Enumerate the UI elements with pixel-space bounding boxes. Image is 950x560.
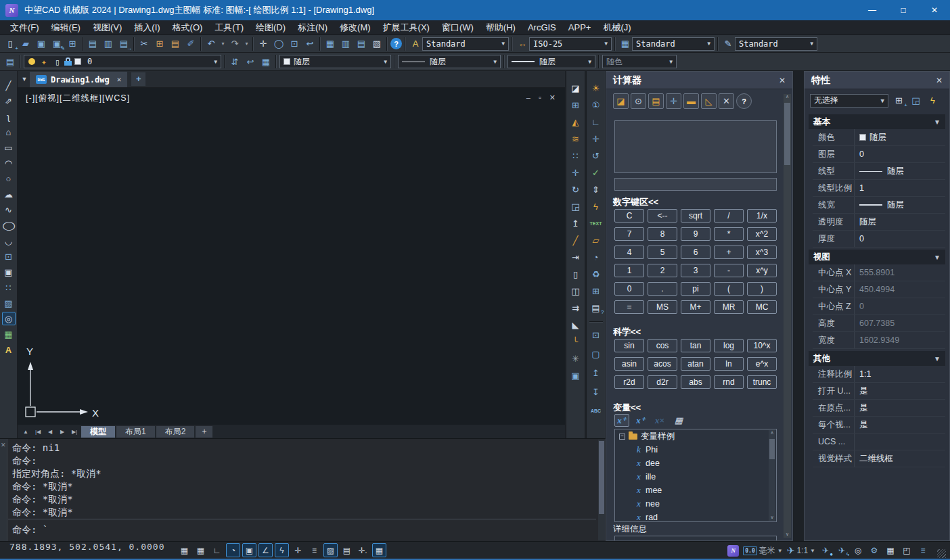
color-control-combo[interactable]: 随层▼ (279, 55, 391, 68)
property-row[interactable]: 每个视...是 (813, 417, 945, 434)
object-snap-toggle[interactable]: ▣ (242, 543, 256, 557)
plot-icon[interactable]: ▤ (86, 37, 99, 51)
new-file-icon[interactable]: ▯+ (3, 37, 17, 51)
layout-tab[interactable]: 布局1 (116, 426, 155, 438)
numpad-button-pi[interactable]: pi (681, 282, 710, 296)
property-row[interactable]: 线型随层 (813, 163, 945, 180)
send-to-back-icon[interactable]: ▢ (589, 347, 603, 360)
dim-style-combo[interactable]: ISO-25▼ (529, 37, 612, 51)
status-menu-icon[interactable]: ≡ (917, 544, 929, 557)
numpad-button-5[interactable]: 5 (648, 246, 677, 259)
layer-on-off-icon[interactable] (28, 58, 35, 65)
chevron-down-icon[interactable]: ▼ (665, 59, 673, 65)
resize-grip[interactable] (937, 549, 946, 558)
tool-palettes-icon[interactable]: ▥ (339, 37, 353, 51)
create-block-icon[interactable]: ▣ (2, 265, 16, 279)
scroll-down-icon[interactable]: ∨ (784, 532, 791, 537)
numpad-button-+[interactable]: + (714, 246, 744, 259)
property-row[interactable]: 注释比例1:1 (813, 366, 945, 383)
layer-freeze-icon[interactable]: ✦ (37, 55, 51, 68)
polar-tracking-toggle[interactable]: ◔ (226, 543, 240, 557)
copy-nested-icon[interactable]: ⊞ (589, 284, 603, 298)
science-button-rnd[interactable]: rnd (714, 375, 744, 389)
menu-item[interactable]: 工具(T) (208, 20, 250, 35)
property-value[interactable]: 607.7385 (855, 315, 945, 331)
property-row[interactable]: 线宽随层 (813, 197, 945, 214)
command-close-icon[interactable]: ✕ (1, 442, 6, 448)
science-button-ln[interactable]: ln (714, 357, 744, 371)
property-row[interactable]: 线型比例1 (813, 180, 945, 197)
lineweight-control-combo[interactable]: 随层▼ (507, 55, 595, 68)
command-scrollbar[interactable] (598, 440, 605, 540)
mleader-style-combo[interactable]: Standard▼ (735, 37, 817, 51)
property-row[interactable]: 颜色随层 (813, 129, 945, 146)
calculator-header[interactable]: 计算器 ✕ (606, 72, 792, 89)
add-layout-button[interactable]: + (196, 426, 212, 438)
menu-item[interactable]: 插入(I) (128, 20, 166, 35)
table-style-combo[interactable]: Standard▼ (632, 37, 715, 51)
calculator-close-icon[interactable]: ✕ (779, 76, 786, 85)
layer-color-icon[interactable] (74, 58, 81, 65)
linetype-control-combo[interactable]: 随层▼ (398, 55, 501, 68)
undo-list-icon[interactable]: ▾ (220, 37, 226, 51)
annotation-autoscale-icon[interactable]: ✈ϟ (836, 544, 848, 557)
erase-icon[interactable]: ◪ (569, 81, 583, 95)
trim-icon[interactable]: ╱ (569, 233, 583, 247)
multiple-points-icon[interactable]: ∷ (2, 281, 16, 294)
paste-clip-icon[interactable]: ▤ (168, 37, 182, 51)
science-button-d2r[interactable]: d2r (648, 375, 677, 389)
layer-properties-manager-icon[interactable]: ▤ (3, 55, 17, 68)
doc-inspect-icon[interactable]: ▤? (589, 301, 603, 314)
calculator-scroll-thumb[interactable] (784, 103, 790, 165)
section-header-视图[interactable]: 视图▼ (809, 250, 945, 264)
property-row[interactable]: 中心点 Z0 (813, 298, 945, 315)
property-value[interactable]: 是 (855, 383, 945, 399)
property-value[interactable]: 1602.9349 (855, 332, 945, 348)
science-section-label[interactable]: 科学<< (613, 326, 641, 338)
layout-nav-icon[interactable]: ▶| (69, 429, 80, 435)
object-snap-tracking-toggle[interactable]: ∠ (258, 543, 273, 557)
numpad-button-MS[interactable]: MS (648, 300, 677, 314)
calc-help-icon[interactable]: ? (736, 93, 752, 109)
numpad-button-6[interactable]: 6 (681, 246, 710, 259)
zoom-previous-icon[interactable]: ↩ (303, 37, 317, 51)
property-row[interactable]: 宽度1602.9349 (813, 332, 945, 349)
zoom-window-icon[interactable]: ⊡ (288, 37, 301, 51)
chevron-down-icon[interactable]: ▼ (810, 548, 815, 554)
polygon-icon[interactable]: ⌂ (2, 125, 16, 139)
annotation-visibility-icon[interactable]: ✈● (819, 544, 832, 557)
plot-preview-icon[interactable]: ▥ (101, 37, 115, 51)
bring-above-icon[interactable]: ↥ (589, 366, 603, 379)
science-button-sin[interactable]: sin (614, 339, 644, 352)
numpad-button-x^y[interactable]: x^y (747, 264, 777, 277)
text-style-style-icon[interactable]: A (409, 37, 422, 51)
mtext-icon[interactable]: A (2, 343, 16, 356)
break-icon[interactable]: ◫ (569, 284, 583, 298)
block-editor-icon[interactable]: ▣ (569, 369, 583, 382)
numpad-button-=[interactable]: = (614, 300, 644, 314)
show-lineweight-toggle[interactable]: ≡ (307, 543, 321, 557)
science-button-trunc[interactable]: trunc (747, 375, 777, 389)
measure-distance-icon[interactable]: ▬ (683, 93, 699, 109)
calculator-display[interactable] (614, 120, 777, 173)
offset-icon[interactable]: ≋ (569, 132, 583, 145)
chamfer-icon[interactable]: ◣ (569, 318, 583, 331)
calc-keyboard-icon[interactable]: ▦ (671, 414, 686, 427)
chevron-down-icon[interactable]: ▼ (584, 59, 591, 65)
numpad-button-0[interactable]: 0 (614, 282, 644, 296)
menu-item[interactable]: 格式(O) (166, 20, 209, 35)
viewport-restore-icon[interactable]: ▫ (539, 93, 541, 102)
line-icon[interactable]: ╱ (2, 78, 16, 92)
edit-variable-icon[interactable]: x⁺ (633, 414, 648, 427)
menu-item[interactable]: ArcGIS (522, 20, 562, 35)
command-line-window[interactable]: ✕ 命令: ni1命令:指定对角点: *取消*命令: *取消*命令: *取消*命… (0, 438, 606, 541)
quick-select-icon[interactable]: ϟ (926, 93, 940, 108)
menu-item[interactable]: 窗口(W) (436, 20, 480, 35)
menu-item[interactable]: 标注(N) (292, 20, 334, 35)
make-object-layer-current-icon[interactable]: ⇵ (228, 55, 242, 68)
viewport-close-icon[interactable]: ✕ (549, 93, 556, 102)
save-as-icon[interactable]: ▣✎ (50, 37, 64, 51)
chevron-down-icon[interactable]: ▼ (600, 41, 608, 47)
layer-lock-icon[interactable] (64, 57, 72, 66)
chevron-down-icon[interactable]: ▼ (930, 254, 941, 261)
